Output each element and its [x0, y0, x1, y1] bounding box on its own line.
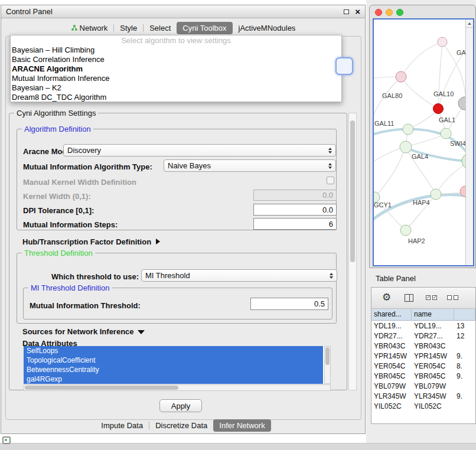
scrollbar-thumb[interactable]	[350, 120, 355, 262]
attribute-item[interactable]: TopologicalCoefficient	[24, 356, 323, 365]
node-label: GAL80	[382, 92, 402, 99]
expanded-arrow-icon	[138, 330, 145, 334]
network-node[interactable]	[438, 37, 447, 47]
tab-cyni-toolbox[interactable]: Cyni Toolbox	[177, 22, 232, 34]
attribute-item[interactable]: SelfLoops	[24, 346, 323, 356]
attributes-vertical-scrollbar[interactable]	[324, 346, 331, 384]
scrollbar-thumb[interactable]	[325, 347, 330, 365]
data-attributes-list[interactable]: SelfLoopsTopologicalCoefficientBetweenne…	[24, 346, 331, 384]
control-panel-titlebar[interactable]: Control Panel ×	[1, 5, 365, 18]
table-cell: YBR043C	[412, 341, 454, 351]
group-title: Threshold Definition	[22, 249, 95, 257]
network-node[interactable]	[396, 71, 406, 82]
network-canvas[interactable]: GALGAL80GAL10GAL11GAL1SWI4GAL4GCY1HAP4YH…	[373, 18, 474, 266]
table-row[interactable]: YIL052CYIL052C	[371, 401, 475, 411]
tab-style[interactable]: Style	[114, 22, 143, 34]
algorithm-option[interactable]: Mutual Information Inference	[11, 74, 341, 83]
deselect-all-icon[interactable]	[447, 295, 458, 300]
gear-icon[interactable]: ⚙	[382, 291, 391, 304]
network-scrollbar[interactable]	[465, 19, 473, 265]
float-window-icon[interactable]	[344, 9, 349, 14]
network-edge[interactable]	[438, 43, 442, 107]
network-node[interactable]	[400, 225, 411, 236]
settings-scrollbar[interactable]	[348, 113, 357, 390]
bottom-status-strip	[0, 443, 476, 450]
algorithm-dropdown: Select algorithm to view settings Bayesi…	[10, 35, 342, 102]
tab-discretize-data[interactable]: Discretize Data	[149, 419, 213, 432]
network-node[interactable]	[431, 189, 441, 200]
network-node[interactable]	[403, 124, 413, 135]
mi-type-label: Mutual Information Algorithm Type:	[23, 162, 152, 171]
aracne-mode-select[interactable]: Discovery	[63, 144, 336, 156]
scrollbar-thumb[interactable]	[25, 386, 178, 390]
network-edge[interactable]	[375, 149, 405, 197]
taskbar-app-icon[interactable]	[2, 436, 11, 444]
tab-select[interactable]: Select	[144, 22, 177, 34]
table-row[interactable]: YER054CYER054C8.	[371, 361, 475, 371]
kernel-width-label: Kernel Width (0,1):	[23, 192, 91, 201]
threshold-definition-group: Threshold Definition Which threshold to …	[17, 253, 337, 324]
attribute-item[interactable]: BetweennessCentrality	[24, 365, 323, 374]
column-header[interactable]: name	[412, 309, 454, 320]
cyni-algorithm-settings-group: Cyni Algorithm Settings Algorithm Defini…	[9, 113, 347, 390]
tab-infer-network[interactable]: Infer Network	[213, 419, 270, 432]
algorithm-option[interactable]: ARACNE Algorithm	[11, 64, 341, 74]
network-node[interactable]	[441, 128, 451, 139]
algorithm-option[interactable]: Basic Correlation Inference	[11, 55, 341, 64]
tab-network[interactable]: Network	[65, 22, 114, 34]
manual-kernel-checkbox[interactable]	[327, 177, 334, 184]
hub-definition-disclosure[interactable]: Hub/Transcription Factor Definition	[22, 237, 160, 246]
mac-minimize-icon[interactable]	[386, 9, 393, 16]
scroll-up-icon[interactable]	[466, 19, 473, 28]
network-edge[interactable]	[439, 55, 462, 107]
table-row[interactable]: YBL079WYBL079W	[371, 381, 475, 391]
network-node[interactable]	[400, 141, 412, 153]
table-row[interactable]: YDR27...YDR27...12	[371, 331, 475, 341]
select-all-checks-icon[interactable]	[426, 295, 437, 300]
network-edge[interactable]	[407, 135, 445, 146]
column-header[interactable]: shared...	[371, 309, 412, 320]
column-header[interactable]	[454, 309, 475, 320]
attribute-item[interactable]: gal4RGexp	[24, 374, 323, 384]
network-node[interactable]	[433, 104, 444, 114]
table-cell: YBR045C	[412, 371, 454, 381]
network-edge[interactable]	[409, 110, 438, 129]
close-icon[interactable]: ×	[355, 6, 360, 18]
stepper-icon	[328, 163, 332, 169]
table-row[interactable]: YBR045CYBR045C9.	[371, 371, 475, 381]
table-row[interactable]: YDL19...YDL19...13	[371, 321, 475, 331]
table-panel: ⚙ shared...name YDL19...YDL19...13YDR27.…	[371, 287, 476, 424]
table-row[interactable]: YLR345WYLR345W9.	[371, 391, 475, 401]
network-node[interactable]	[458, 97, 465, 110]
network-edge[interactable]	[401, 77, 437, 107]
tab-jactivemnodules[interactable]: jActiveMNodules	[233, 22, 302, 34]
table-row[interactable]: YBR043CYBR043C	[371, 341, 475, 351]
table-row[interactable]: YPR145WYPR145W9.	[371, 351, 475, 361]
algorithm-option[interactable]: Bayesian – K2	[11, 83, 341, 93]
kernel-width-field[interactable]: 0.0	[253, 190, 337, 201]
algorithm-option[interactable]: Bayesian – Hill Climbing	[11, 45, 341, 55]
mac-zoom-icon[interactable]	[396, 9, 403, 16]
which-threshold-select[interactable]: MI Threshold	[141, 269, 337, 282]
control-panel-tabs: Network Style Select Cyni Toolbox jActiv…	[1, 21, 365, 35]
mi-threshold-field[interactable]: 0.5	[250, 298, 328, 310]
node-label: GAL4	[412, 153, 428, 160]
mi-type-select[interactable]: Naive Bayes	[164, 159, 336, 172]
node-label: HAP2	[408, 237, 425, 244]
mi-steps-field[interactable]: 6	[253, 218, 337, 230]
dpi-tolerance-field[interactable]: 0.0	[253, 204, 337, 216]
group-title: Algorithm Definition	[22, 125, 93, 133]
focused-help-button[interactable]	[335, 57, 353, 75]
tab-impute-data[interactable]: Impute Data	[95, 419, 149, 432]
network-edge[interactable]	[401, 43, 441, 77]
sources-disclosure[interactable]: Sources for Network Inference	[22, 327, 145, 336]
stepper-icon	[330, 273, 333, 279]
columns-icon[interactable]	[405, 294, 413, 302]
table-cell: YBL079W	[412, 381, 454, 391]
mac-close-icon[interactable]	[375, 9, 382, 16]
table-cell: YER054C	[371, 361, 412, 371]
attributes-horizontal-scrollbar[interactable]	[24, 384, 331, 391]
apply-button[interactable]: Apply	[159, 399, 202, 412]
table-cell: YBL079W	[371, 381, 412, 391]
algorithm-option[interactable]: Dream8 DC_TDC Algorithm	[11, 93, 341, 102]
